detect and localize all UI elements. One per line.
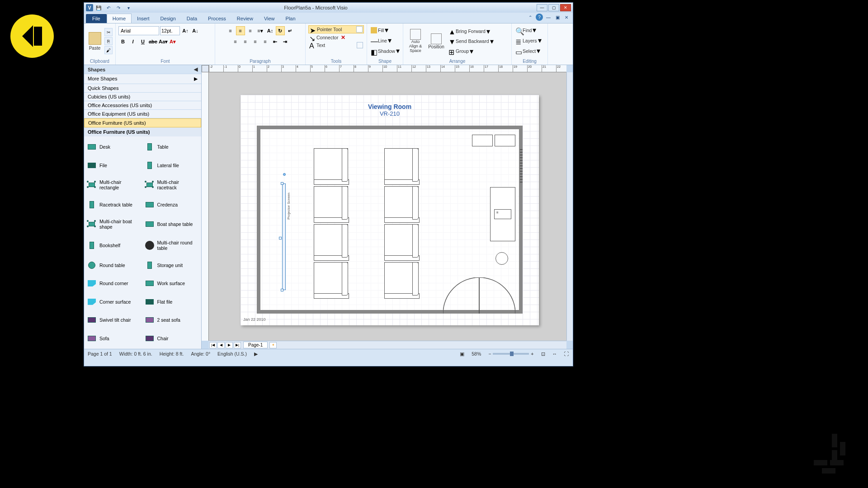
doc-minimize-icon[interactable]: —: [545, 14, 552, 21]
doc-restore-icon[interactable]: ▣: [554, 14, 561, 21]
shape-2-seat-sofa[interactable]: 2 seat sofa: [144, 311, 200, 329]
close-button[interactable]: ✕: [560, 4, 571, 11]
shape-table[interactable]: Table: [144, 138, 200, 156]
align-right-icon[interactable]: ≡: [251, 37, 260, 46]
text-gallery-icon[interactable]: [357, 42, 363, 48]
italic-button[interactable]: I: [128, 37, 137, 46]
wrap-icon[interactable]: ↵: [286, 26, 295, 35]
shape-swivel-tilt-chair[interactable]: Swivel tilt chair: [86, 311, 142, 329]
text-direction-icon[interactable]: A↕: [266, 26, 275, 35]
find-button[interactable]: 🔍Find▾: [514, 25, 545, 35]
shape-multi-chair-round-table[interactable]: Multi-chair round table: [144, 235, 200, 256]
seat-shape[interactable]: [384, 186, 419, 219]
tab-insert[interactable]: Insert: [132, 14, 155, 23]
shrink-font-icon[interactable]: A↓: [191, 26, 200, 35]
shadow-button[interactable]: ◧Shadow▾: [370, 46, 400, 56]
decrease-indent-icon[interactable]: ⇤: [271, 37, 280, 46]
shape-corner-surface[interactable]: Corner surface: [86, 293, 142, 310]
group-button[interactable]: ⊞Group▾: [448, 47, 495, 56]
align-bottom-icon[interactable]: ≡: [246, 26, 255, 35]
layers-button[interactable]: ≣Layers▾: [514, 36, 545, 45]
shape-desk[interactable]: Desk: [86, 138, 142, 156]
font-size-input[interactable]: [160, 26, 180, 35]
justify-icon[interactable]: ≡: [261, 37, 270, 46]
new-page-icon[interactable]: ✦: [269, 342, 277, 348]
line-button[interactable]: —Line▾: [370, 36, 400, 45]
shape-flat-file[interactable]: Flat file: [144, 293, 200, 310]
shape-lateral-file[interactable]: Lateral file: [144, 157, 200, 174]
shape-multi-chair-boat-shape[interactable]: Multi-chair boat shape: [86, 214, 142, 235]
projector-table-shape[interactable]: [490, 187, 515, 241]
position-button[interactable]: Position: [427, 33, 446, 50]
case-button[interactable]: Aa▾: [158, 37, 167, 46]
shape-round-table[interactable]: Round table: [86, 256, 142, 274]
rotation-handle[interactable]: [283, 173, 286, 176]
seat-shape[interactable]: [314, 148, 348, 181]
page-prev-icon[interactable]: ◀: [217, 342, 225, 348]
qat-undo-icon[interactable]: ↶: [105, 4, 112, 11]
zoom-slider[interactable]: [493, 353, 529, 355]
drawing-page[interactable]: Viewing Room VR-210: [241, 95, 539, 325]
maximize-button[interactable]: ▢: [548, 4, 559, 11]
format-painter-icon[interactable]: 🖌: [104, 46, 113, 54]
selection-handle[interactable]: [281, 289, 283, 291]
round-shape[interactable]: [495, 252, 508, 265]
page-next-icon[interactable]: ▶: [226, 342, 233, 348]
tab-plan[interactable]: Plan: [280, 14, 301, 23]
selection-handle[interactable]: [279, 237, 282, 239]
door-shape[interactable]: [443, 277, 515, 314]
more-shapes-button[interactable]: More Shapes▶: [84, 74, 201, 84]
status-language[interactable]: English (U.S.): [217, 351, 247, 357]
selection-handle[interactable]: [281, 182, 283, 185]
rack-shape[interactable]: [472, 135, 493, 146]
select-button[interactable]: ▭Select▾: [514, 46, 545, 56]
shape-round-corner[interactable]: Round corner: [86, 275, 142, 292]
cut-icon[interactable]: ✂: [104, 28, 113, 36]
bring-forward-button[interactable]: ▲Bring Forward▾: [448, 27, 495, 36]
strike-button[interactable]: abc: [148, 37, 157, 46]
page-last-icon[interactable]: ▶|: [234, 342, 241, 348]
align-middle-icon[interactable]: ≡: [236, 26, 245, 35]
shape-gallery-icon[interactable]: [356, 26, 363, 33]
shape-racetrack-table[interactable]: Racetrack table: [86, 196, 142, 214]
shape-storage-unit[interactable]: Storage unit: [144, 256, 200, 274]
font-name-input[interactable]: [118, 26, 159, 35]
rack-shape[interactable]: [495, 135, 515, 146]
category-cubicles[interactable]: Cubicles (US units): [84, 93, 201, 101]
back-overlay-button[interactable]: [10, 14, 54, 58]
doc-close-icon[interactable]: ✕: [563, 14, 570, 21]
qat-redo-icon[interactable]: ↷: [115, 4, 122, 11]
seat-shape[interactable]: [384, 262, 419, 295]
connector-delete-icon[interactable]: ✕: [341, 34, 345, 41]
pointer-tool-button[interactable]: ➤ Pointer Tool: [308, 25, 364, 33]
canvas-viewport[interactable]: Viewing Room VR-210: [209, 72, 566, 341]
shape-chair[interactable]: Chair: [144, 329, 200, 347]
text-tool-button[interactable]: A Text: [308, 42, 364, 49]
seat-shape[interactable]: [384, 224, 419, 257]
tab-design[interactable]: Design: [155, 14, 181, 23]
seat-shape[interactable]: [384, 148, 419, 181]
vertical-scrollbar[interactable]: [566, 72, 573, 341]
category-quick-shapes[interactable]: Quick Shapes: [84, 84, 201, 93]
shapes-collapse-icon[interactable]: ◀: [194, 66, 198, 72]
bold-button[interactable]: B: [118, 37, 127, 46]
fit-width-icon[interactable]: ↔: [552, 351, 557, 357]
minimize-ribbon-icon[interactable]: ⌃: [527, 14, 534, 21]
tab-view[interactable]: View: [259, 14, 280, 23]
tab-data[interactable]: Data: [181, 14, 203, 23]
page-first-icon[interactable]: |◀: [209, 342, 217, 348]
zoom-out-icon[interactable]: −: [488, 351, 491, 357]
projector-screen-shape[interactable]: [282, 183, 286, 290]
font-color-button[interactable]: A▾: [168, 37, 177, 46]
bullets-icon[interactable]: ≡▾: [256, 26, 265, 35]
projector-shape[interactable]: [494, 209, 511, 219]
underline-button[interactable]: U: [138, 37, 147, 46]
connector-tool-button[interactable]: ↘ Connector ✕: [308, 34, 364, 41]
category-office-furniture[interactable]: Office Furniture (US units): [84, 118, 201, 127]
copy-icon[interactable]: ⎘: [104, 37, 113, 45]
fit-page-icon[interactable]: ⊡: [541, 351, 545, 357]
shape-boat-shape-table[interactable]: Boat shape table: [144, 214, 200, 235]
grow-font-icon[interactable]: A↑: [181, 26, 190, 35]
room-walls[interactable]: Projector Screen: [257, 126, 523, 314]
fullscreen-icon[interactable]: ⛶: [564, 351, 569, 357]
